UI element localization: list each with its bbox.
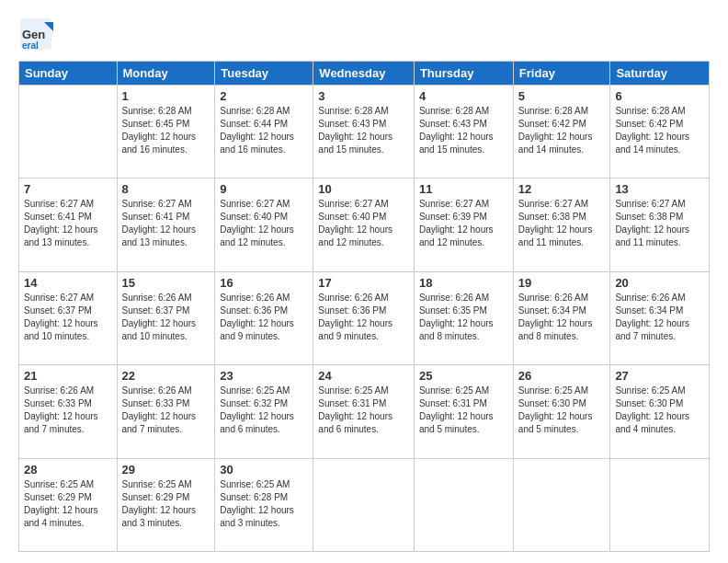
calendar-cell: 15Sunrise: 6:26 AMSunset: 6:37 PMDayligh… <box>117 271 215 364</box>
weekday-header-monday: Monday <box>117 62 215 86</box>
calendar-cell: 23Sunrise: 6:25 AMSunset: 6:32 PMDayligh… <box>215 365 313 458</box>
weekday-header-saturday: Saturday <box>610 62 710 86</box>
day-info: Sunrise: 6:28 AMSunset: 6:42 PMDaylight:… <box>518 105 606 156</box>
day-number: 11 <box>419 182 508 196</box>
day-info: Sunrise: 6:27 AMSunset: 6:40 PMDaylight:… <box>220 198 308 249</box>
day-number: 10 <box>318 182 409 196</box>
day-number: 26 <box>518 369 606 383</box>
day-number: 9 <box>220 182 308 196</box>
day-number: 25 <box>419 369 508 383</box>
day-info: Sunrise: 6:28 AMSunset: 6:43 PMDaylight:… <box>419 105 508 156</box>
calendar-cell: 24Sunrise: 6:25 AMSunset: 6:31 PMDayligh… <box>313 365 415 458</box>
calendar-header: SundayMondayTuesdayWednesdayThursdayFrid… <box>19 62 710 86</box>
calendar-cell: 8Sunrise: 6:27 AMSunset: 6:41 PMDaylight… <box>117 178 215 271</box>
logo-icon: Gen eral <box>18 17 53 52</box>
weekday-header-tuesday: Tuesday <box>215 62 313 86</box>
day-info: Sunrise: 6:25 AMSunset: 6:31 PMDaylight:… <box>318 385 409 436</box>
logo: Gen eral <box>18 17 55 52</box>
calendar-cell: 10Sunrise: 6:27 AMSunset: 6:40 PMDayligh… <box>313 178 415 271</box>
day-number: 17 <box>318 276 409 290</box>
weekday-row: SundayMondayTuesdayWednesdayThursdayFrid… <box>19 62 710 86</box>
calendar-cell: 30Sunrise: 6:25 AMSunset: 6:28 PMDayligh… <box>215 458 313 551</box>
day-info: Sunrise: 6:26 AMSunset: 6:34 PMDaylight:… <box>518 292 606 343</box>
day-info: Sunrise: 6:26 AMSunset: 6:33 PMDaylight:… <box>24 385 112 436</box>
weekday-header-sunday: Sunday <box>19 62 118 86</box>
day-info: Sunrise: 6:25 AMSunset: 6:28 PMDaylight:… <box>220 478 308 530</box>
calendar-cell: 26Sunrise: 6:25 AMSunset: 6:30 PMDayligh… <box>513 365 610 458</box>
calendar-cell <box>313 458 415 551</box>
calendar-cell: 6Sunrise: 6:28 AMSunset: 6:42 PMDaylight… <box>610 86 710 178</box>
day-number: 30 <box>220 463 308 477</box>
day-info: Sunrise: 6:25 AMSunset: 6:30 PMDaylight:… <box>615 385 704 436</box>
day-number: 14 <box>24 276 112 290</box>
day-number: 8 <box>122 182 210 196</box>
day-number: 1 <box>122 89 210 103</box>
day-number: 18 <box>419 276 508 290</box>
day-info: Sunrise: 6:26 AMSunset: 6:36 PMDaylight:… <box>220 292 308 343</box>
day-number: 4 <box>419 89 508 103</box>
calendar-week-3: 14Sunrise: 6:27 AMSunset: 6:37 PMDayligh… <box>19 271 710 364</box>
svg-text:eral: eral <box>22 40 39 51</box>
calendar-cell: 21Sunrise: 6:26 AMSunset: 6:33 PMDayligh… <box>19 365 118 458</box>
weekday-header-thursday: Thursday <box>414 62 513 86</box>
day-info: Sunrise: 6:27 AMSunset: 6:39 PMDaylight:… <box>419 198 508 249</box>
calendar-cell: 14Sunrise: 6:27 AMSunset: 6:37 PMDayligh… <box>19 271 118 364</box>
day-info: Sunrise: 6:25 AMSunset: 6:32 PMDaylight:… <box>220 385 308 436</box>
calendar-cell: 5Sunrise: 6:28 AMSunset: 6:42 PMDaylight… <box>513 86 610 178</box>
calendar-cell <box>513 458 610 551</box>
calendar-body: 1Sunrise: 6:28 AMSunset: 6:45 PMDaylight… <box>19 86 710 552</box>
calendar-cell: 1Sunrise: 6:28 AMSunset: 6:45 PMDaylight… <box>117 86 215 178</box>
day-number: 2 <box>220 89 308 103</box>
day-number: 5 <box>518 89 606 103</box>
day-number: 7 <box>24 182 112 196</box>
day-number: 16 <box>220 276 308 290</box>
weekday-header-friday: Friday <box>513 62 610 86</box>
calendar-cell: 29Sunrise: 6:25 AMSunset: 6:29 PMDayligh… <box>117 458 215 551</box>
calendar-cell: 16Sunrise: 6:26 AMSunset: 6:36 PMDayligh… <box>215 271 313 364</box>
day-number: 20 <box>615 276 704 290</box>
day-number: 6 <box>615 89 704 103</box>
day-info: Sunrise: 6:28 AMSunset: 6:45 PMDaylight:… <box>122 105 210 156</box>
calendar-cell: 27Sunrise: 6:25 AMSunset: 6:30 PMDayligh… <box>610 365 710 458</box>
day-info: Sunrise: 6:28 AMSunset: 6:43 PMDaylight:… <box>318 105 409 156</box>
day-number: 3 <box>318 89 409 103</box>
calendar-cell: 25Sunrise: 6:25 AMSunset: 6:31 PMDayligh… <box>414 365 513 458</box>
calendar-cell <box>414 458 513 551</box>
calendar-cell: 11Sunrise: 6:27 AMSunset: 6:39 PMDayligh… <box>414 178 513 271</box>
day-info: Sunrise: 6:27 AMSunset: 6:41 PMDaylight:… <box>122 198 210 249</box>
calendar-cell: 20Sunrise: 6:26 AMSunset: 6:34 PMDayligh… <box>610 271 710 364</box>
calendar-cell: 9Sunrise: 6:27 AMSunset: 6:40 PMDaylight… <box>215 178 313 271</box>
weekday-header-wednesday: Wednesday <box>313 62 415 86</box>
day-number: 12 <box>518 182 606 196</box>
calendar-cell: 17Sunrise: 6:26 AMSunset: 6:36 PMDayligh… <box>313 271 415 364</box>
calendar-cell: 4Sunrise: 6:28 AMSunset: 6:43 PMDaylight… <box>414 86 513 178</box>
day-info: Sunrise: 6:27 AMSunset: 6:38 PMDaylight:… <box>518 198 606 249</box>
calendar-week-1: 1Sunrise: 6:28 AMSunset: 6:45 PMDaylight… <box>19 86 710 178</box>
calendar-cell: 2Sunrise: 6:28 AMSunset: 6:44 PMDaylight… <box>215 86 313 178</box>
calendar-cell: 7Sunrise: 6:27 AMSunset: 6:41 PMDaylight… <box>19 178 118 271</box>
calendar-cell: 3Sunrise: 6:28 AMSunset: 6:43 PMDaylight… <box>313 86 415 178</box>
day-info: Sunrise: 6:25 AMSunset: 6:29 PMDaylight:… <box>122 478 210 530</box>
day-info: Sunrise: 6:26 AMSunset: 6:33 PMDaylight:… <box>122 385 210 436</box>
calendar-cell: 12Sunrise: 6:27 AMSunset: 6:38 PMDayligh… <box>513 178 610 271</box>
day-info: Sunrise: 6:26 AMSunset: 6:35 PMDaylight:… <box>419 292 508 343</box>
calendar-cell: 18Sunrise: 6:26 AMSunset: 6:35 PMDayligh… <box>414 271 513 364</box>
day-number: 22 <box>122 369 210 383</box>
calendar-cell <box>19 86 118 178</box>
day-info: Sunrise: 6:28 AMSunset: 6:42 PMDaylight:… <box>615 105 704 156</box>
svg-text:Gen: Gen <box>22 28 45 41</box>
day-number: 19 <box>518 276 606 290</box>
day-number: 21 <box>24 369 112 383</box>
calendar-cell <box>610 458 710 551</box>
day-info: Sunrise: 6:25 AMSunset: 6:30 PMDaylight:… <box>518 385 606 436</box>
day-info: Sunrise: 6:26 AMSunset: 6:37 PMDaylight:… <box>122 292 210 343</box>
page: Gen eral SundayMondayTuesdayWednesdayThu… <box>0 0 728 563</box>
day-number: 23 <box>220 369 308 383</box>
day-info: Sunrise: 6:28 AMSunset: 6:44 PMDaylight:… <box>220 105 308 156</box>
day-info: Sunrise: 6:25 AMSunset: 6:31 PMDaylight:… <box>419 385 508 436</box>
day-info: Sunrise: 6:26 AMSunset: 6:34 PMDaylight:… <box>615 292 704 343</box>
day-number: 29 <box>122 463 210 477</box>
calendar-week-4: 21Sunrise: 6:26 AMSunset: 6:33 PMDayligh… <box>19 365 710 458</box>
calendar-cell: 19Sunrise: 6:26 AMSunset: 6:34 PMDayligh… <box>513 271 610 364</box>
day-number: 13 <box>615 182 704 196</box>
